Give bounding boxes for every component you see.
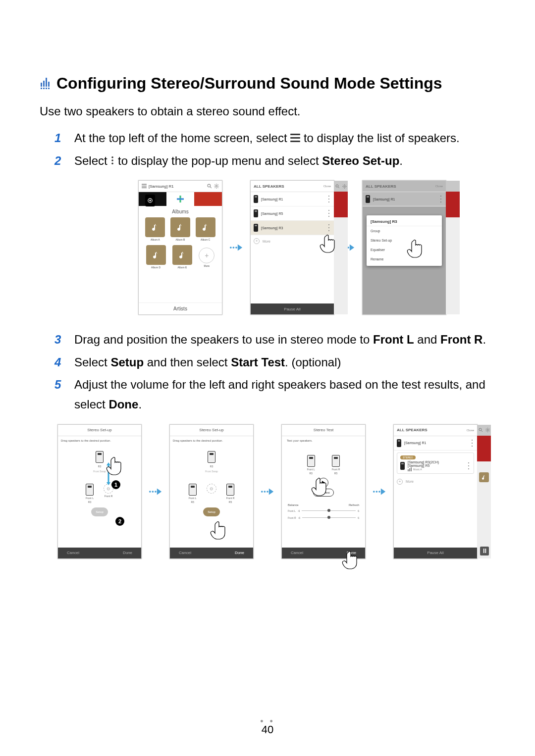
my-phone-badge[interactable]: My Phone [142, 195, 159, 209]
album-more-tile[interactable]: + [199, 248, 214, 263]
svg-rect-35 [483, 549, 484, 553]
slot-front-l[interactable]: Front LR3 [189, 484, 197, 504]
vertical-dots-icon [110, 156, 114, 165]
hand-pointer-icon [310, 477, 329, 497]
step-4: 4 Select Setup and then select Start Tes… [54, 353, 495, 372]
phone-setup-after: Stereo Set-up Drag speakers to the desir… [169, 424, 254, 559]
intro-text: Use two speakers to obtain a stereo soun… [40, 104, 495, 118]
music-note-icon [152, 251, 160, 259]
row-menu-button[interactable] [470, 440, 474, 447]
header-title: Stereo Set-up [170, 425, 253, 436]
header-title: ALL SPEAKERS [397, 428, 465, 432]
album-tile[interactable] [145, 217, 165, 237]
search-icon [335, 184, 340, 189]
page-number: • • 40 [0, 720, 535, 736]
step-3: 3 Drag and position the speakers to use … [54, 330, 495, 350]
arrow-icon [149, 487, 162, 497]
album-tile[interactable] [196, 217, 215, 237]
setup-button[interactable]: Setup [203, 507, 220, 516]
slot-front-r[interactable]: Front RR5 [226, 484, 235, 504]
music-note-icon [176, 223, 185, 232]
hand-pointer-icon [209, 521, 228, 541]
hamburger-icon[interactable] [142, 184, 147, 189]
row-menu-button[interactable] [327, 196, 331, 202]
phone-result: ALL SPEAKERS Close [Samsung] R1 STEREO [… [393, 424, 478, 559]
equalizer-icon [40, 78, 52, 90]
popup-item-group[interactable]: Group [367, 226, 442, 236]
balance-slider-r[interactable]: Front R-66 [288, 516, 359, 519]
slot-front-l[interactable]: Front LR3 [86, 484, 94, 504]
section-heading: Configuring Stereo/Surround Sound Mode S… [40, 74, 495, 93]
callout-2: 2 [115, 517, 124, 526]
speaker-icon [254, 209, 258, 217]
stereo-group-row[interactable]: STEREO [Samsung] R3(2CH) [Samsung] R5 Mu… [397, 453, 474, 474]
done-button: Done [123, 551, 132, 555]
callout-1: 1 [111, 480, 120, 489]
speaker-row: [Samsung] R1 [363, 192, 446, 206]
pause-icon [483, 549, 486, 553]
plus-icon[interactable] [177, 196, 184, 202]
header-title: Stereo Set-up [58, 425, 141, 436]
cancel-button[interactable]: Cancel [291, 551, 303, 555]
speaker-icon [400, 462, 405, 470]
arrow-icon [229, 243, 243, 252]
search-icon[interactable] [207, 184, 212, 189]
gear-icon [485, 428, 490, 432]
done-button[interactable]: Done [235, 551, 244, 555]
speaker-icon [307, 455, 315, 467]
cancel-button[interactable]: Cancel [67, 551, 79, 555]
speaker-icon [208, 451, 215, 463]
speaker-row[interactable]: [Samsung] R1 [251, 192, 334, 206]
more-row[interactable]: +More [394, 476, 477, 488]
gear-icon[interactable] [214, 184, 219, 189]
hand-pointer-icon [405, 239, 425, 259]
heading-text: Configuring Stereo/Surround Sound Mode S… [56, 74, 442, 93]
speaker-icon [254, 195, 258, 203]
phone-albums: [Samsung] R1 My Phone Albums Album A Alb… [138, 180, 222, 315]
album-tile[interactable] [172, 245, 192, 265]
close-button[interactable]: Close [435, 185, 443, 188]
speaker-popup: [Samsung] R3 Group Stereo Set-up Equalis… [367, 215, 442, 266]
pause-all-button[interactable]: Pause All [394, 548, 477, 558]
row-menu-button[interactable] [327, 210, 331, 217]
setup-button[interactable]: Setup [91, 507, 108, 516]
hand-pointer-icon [340, 551, 360, 570]
cancel-button[interactable]: Cancel [179, 551, 191, 555]
row-menu-button[interactable] [327, 224, 331, 231]
setup-hint: Drag speakers to the desired position. [173, 439, 250, 442]
row-menu-button[interactable] [467, 462, 471, 469]
popup-item-equaliser[interactable]: Equaliser [367, 245, 442, 254]
phone-setup-before: Stereo Set-up Drag speakers to the desir… [57, 424, 142, 559]
speaker-row[interactable]: [Samsung] R3 [251, 221, 334, 235]
popup-item-stereo[interactable]: Stereo Set-up [367, 236, 442, 245]
hand-pointer-icon [105, 456, 124, 476]
phone-stereo-test: Stereo Test Test your speakers. Front LR… [281, 424, 366, 559]
gear-icon [342, 184, 347, 189]
speaker-row[interactable]: [Samsung] R1 [394, 436, 477, 451]
close-button[interactable]: Close [467, 429, 474, 432]
speaker-icon [366, 195, 370, 203]
bars-icon [408, 467, 412, 471]
music-note-icon [201, 223, 210, 232]
screenshot-row-1: [Samsung] R1 My Phone Albums Album A Alb… [89, 180, 495, 315]
pause-all-button[interactable]: Pause All [251, 303, 334, 314]
album-tile[interactable] [146, 245, 166, 265]
step-2: 2 Select to display the pop-up menu and … [54, 151, 495, 171]
artists-title: Artists [139, 302, 222, 314]
speaker-row[interactable]: [Samsung] R5 [251, 206, 334, 221]
speaker-icon [254, 224, 258, 232]
svg-rect-36 [485, 549, 486, 553]
setup-hint: Drag speakers to the desired position. [61, 439, 138, 442]
row-menu-button [439, 196, 443, 202]
balance-slider-l[interactable]: Front L-66 [288, 509, 359, 512]
close-button[interactable]: Close [323, 185, 331, 188]
music-note-icon [178, 251, 187, 259]
popup-item-rename[interactable]: Rename [367, 254, 442, 264]
phone-popup: ALL SPEAKERS Close [Samsung] R1 [Samsung… [362, 180, 446, 315]
step-5: 5 Adjust the volume for the left and rig… [54, 375, 495, 414]
background-strip [477, 425, 491, 558]
phone-speaker-list: ALL SPEAKERS Close [Samsung] R1 [Samsung… [250, 180, 334, 315]
album-tile[interactable] [170, 217, 190, 237]
music-note-icon [151, 223, 160, 232]
speaker-icon[interactable] [96, 451, 104, 463]
